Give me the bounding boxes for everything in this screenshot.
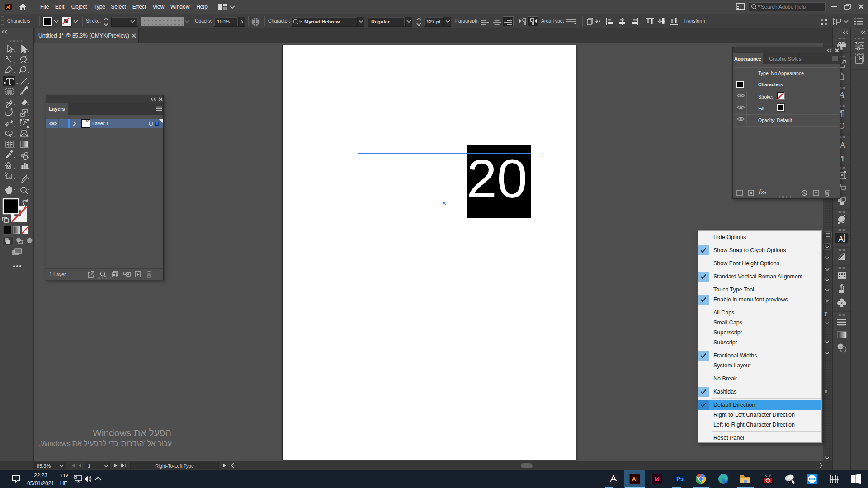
svg-text:A: A xyxy=(838,235,844,244)
svg-text:¶: ¶ xyxy=(840,109,844,118)
svg-text:A: A xyxy=(840,141,845,150)
svg-text:¶: ¶ xyxy=(841,154,844,162)
